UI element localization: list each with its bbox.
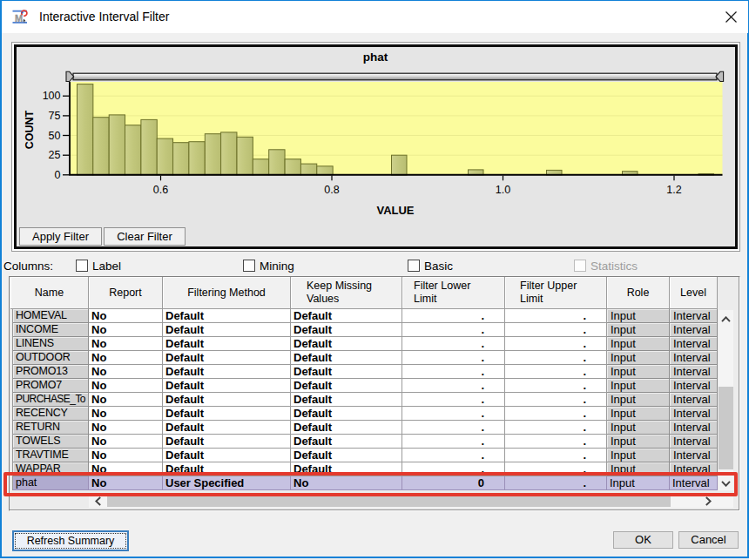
svg-text:0.8: 0.8 xyxy=(324,184,339,196)
svg-text:25: 25 xyxy=(49,149,61,161)
svg-text:0: 0 xyxy=(55,169,61,181)
svg-text:0.6: 0.6 xyxy=(153,184,168,196)
svg-text:50: 50 xyxy=(49,130,61,142)
svg-text:1.0: 1.0 xyxy=(496,184,510,196)
svg-text:1.2: 1.2 xyxy=(666,184,681,196)
svg-text:VALUE: VALUE xyxy=(376,204,414,217)
svg-text:75: 75 xyxy=(49,110,61,122)
svg-text:100: 100 xyxy=(43,90,61,102)
svg-text:phat: phat xyxy=(363,51,388,64)
svg-text:COUNT: COUNT xyxy=(24,110,36,149)
